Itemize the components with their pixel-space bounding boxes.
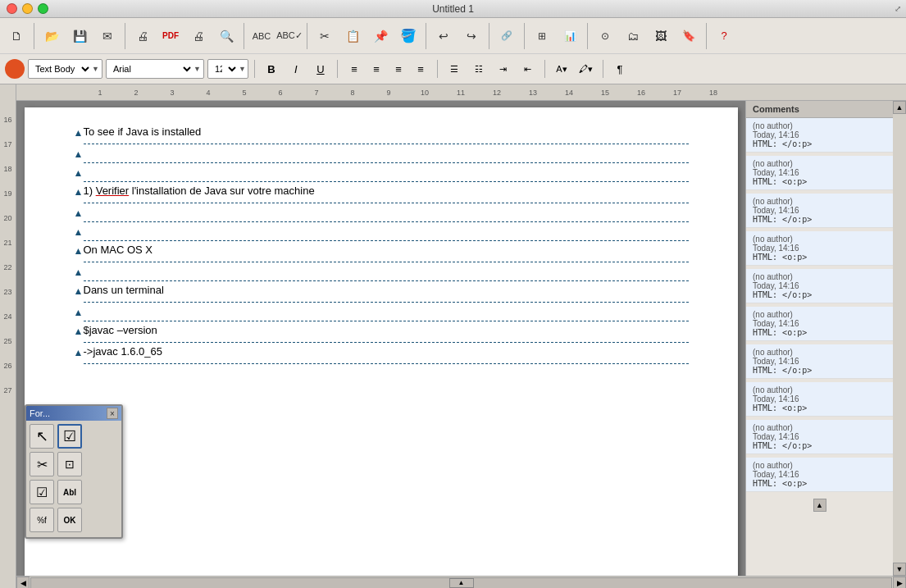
comment-7-html: HTML: </o:p> <box>753 366 886 375</box>
email-button[interactable]: ✉ <box>94 23 121 49</box>
checkbox-button[interactable]: ☑ <box>30 480 54 504</box>
indent-less-button[interactable]: ⇤ <box>517 59 539 79</box>
bottom-scroll-thumb[interactable]: ▲ <box>449 578 474 588</box>
print-button[interactable]: 🖨 <box>185 23 212 49</box>
comment-10-html: HTML: <o:p> <box>753 479 886 488</box>
numbered-list-button[interactable]: ☷ <box>468 59 489 79</box>
folder-button[interactable]: 🗂 <box>620 23 646 49</box>
line-1-content[interactable]: To see if Java is installed <box>84 124 689 144</box>
format-paint-button[interactable]: 🪣 <box>395 23 421 49</box>
scroll-down-button[interactable]: ▼ <box>893 563 906 576</box>
style-dropdown[interactable]: Text Body ▼ <box>28 59 102 79</box>
font-select[interactable]: Arial <box>107 63 193 75</box>
line-9: ▲ Dans un terminal <box>74 282 689 303</box>
help-button[interactable]: ? <box>711 23 737 49</box>
autocorrect-button[interactable]: ABC✓ <box>276 23 303 49</box>
line-7-arrow: ▲ <box>74 242 84 257</box>
ruler-num-16: 16 <box>0 101 16 125</box>
align-right-button[interactable]: ≡ <box>388 59 409 79</box>
size-dropdown[interactable]: 12 ▼ <box>207 59 248 79</box>
line-1-text: To see if Java is installed <box>84 125 202 138</box>
line-6-content[interactable] <box>84 223 689 241</box>
list-button[interactable]: ☰ <box>444 59 465 79</box>
document-page[interactable]: ▲ To see if Java is installed ▲ <box>25 107 738 576</box>
scroll-up-button[interactable]: ▲ <box>893 101 906 114</box>
align-left-button[interactable]: ≡ <box>344 59 365 79</box>
ruler-16: 16 <box>623 89 659 97</box>
comments-scroll-up[interactable]: ▲ <box>813 499 826 512</box>
bold-button[interactable]: B <box>261 59 282 79</box>
window-controls[interactable] <box>7 3 48 14</box>
chart-button[interactable]: 📊 <box>557 23 583 49</box>
font-dropdown[interactable]: Arial ▼ <box>106 59 204 79</box>
table-button[interactable]: ⊞ <box>529 23 555 49</box>
fmt-sep3 <box>437 60 438 78</box>
page-area[interactable]: ▲ To see if Java is installed ▲ <box>16 101 745 576</box>
bookmark-button[interactable]: 🔖 <box>676 23 702 49</box>
hyperlink-button[interactable]: 🔗 <box>494 23 520 49</box>
line-11-content[interactable]: $javac –version <box>84 322 689 343</box>
line-3-arrow: ▲ <box>74 164 84 179</box>
bottom-scroll-track[interactable]: ▲ <box>30 577 892 589</box>
size-select[interactable]: 12 <box>208 63 239 75</box>
undo-button[interactable]: ↩ <box>430 23 457 49</box>
close-button[interactable] <box>7 3 17 14</box>
line-7-content[interactable]: On MAC OS X <box>84 242 689 262</box>
select-tool-button[interactable]: ↖ <box>30 424 54 449</box>
special1-button[interactable]: ⊙ <box>592 23 618 49</box>
image-button[interactable]: 🖼 <box>648 23 674 49</box>
align-center-button[interactable]: ≡ <box>366 59 387 79</box>
comment-6-html: HTML: <o:p> <box>753 328 886 337</box>
redo-button[interactable]: ↪ <box>458 23 485 49</box>
line-9-content[interactable]: Dans un terminal <box>84 282 689 303</box>
line-3-content[interactable] <box>84 164 689 182</box>
ok-button[interactable]: OK <box>57 508 82 532</box>
line-6: ▲ <box>74 223 689 241</box>
italic-button[interactable]: I <box>285 59 307 79</box>
minimize-button[interactable] <box>22 3 33 14</box>
comments-panel: Comments (no author) Today, 14:16 HTML: … <box>745 101 893 576</box>
highlight-button[interactable]: 🖍▾ <box>576 59 597 79</box>
comment-2: (no author) Today, 14:16 HTML: <o:p> <box>746 156 893 190</box>
cut-tool-button[interactable]: ✂ <box>30 452 54 476</box>
scroll-left-button[interactable]: ◀ <box>16 577 30 589</box>
image-control-button[interactable]: ⊡ <box>57 452 82 476</box>
maximize-button[interactable] <box>38 3 48 14</box>
comment-5: (no author) Today, 14:16 HTML: </o:p> <box>746 269 893 303</box>
scroll-right-button[interactable]: ▶ <box>893 577 906 589</box>
toolbar-row1: 🗋 📂 💾 ✉ 🖨 PDF 🖨 🔍 ABC ABC✓ ✂ 📋 📌 🪣 ↩ ↪ 🔗… <box>0 18 906 54</box>
zoom-button[interactable] <box>5 59 25 79</box>
float-close-button[interactable]: × <box>107 408 118 419</box>
scroll-track[interactable] <box>893 114 904 563</box>
print-preview-button[interactable]: 🖨 <box>130 23 156 49</box>
indent-more-button[interactable]: ⇥ <box>493 59 514 79</box>
line-5-arrow: ▲ <box>74 204 84 219</box>
copy-button[interactable]: 📋 <box>339 23 366 49</box>
pdf-button[interactable]: PDF <box>157 23 184 49</box>
ruler-num-17: 17 <box>0 125 16 150</box>
line-9-text: Dans un terminal <box>84 284 164 296</box>
save-button[interactable]: 💾 <box>66 23 93 49</box>
line-5-content[interactable] <box>84 204 689 222</box>
spellcheck-button[interactable]: ABC <box>248 23 275 49</box>
line-12-content[interactable]: ->javac 1.6.0_65 <box>84 344 689 364</box>
open-button[interactable]: 📂 <box>39 23 65 49</box>
line-2-content[interactable] <box>84 145 689 163</box>
line-8-content[interactable] <box>84 263 689 281</box>
paste-button[interactable]: 📌 <box>367 23 394 49</box>
align-justify-button[interactable]: ≡ <box>410 59 431 79</box>
paragraph-button[interactable]: ¶ <box>609 59 631 79</box>
line-10-content[interactable] <box>84 303 689 321</box>
font-color-button[interactable]: A▾ <box>551 59 572 79</box>
label-control-button[interactable]: Abl <box>57 480 82 504</box>
line-10: ▲ <box>74 303 689 321</box>
find-button[interactable]: 🔍 <box>213 23 239 49</box>
format-field-button[interactable]: %f <box>30 508 54 532</box>
underline-button[interactable]: U <box>310 59 331 79</box>
form-control-button[interactable]: ☑ <box>57 424 82 449</box>
ruler-18: 18 <box>695 89 731 97</box>
new-button[interactable]: 🗋 <box>3 23 30 49</box>
style-select[interactable]: Text Body <box>29 63 92 75</box>
line-4-content[interactable]: 1) Verifier l'installation de Java sur v… <box>84 183 689 203</box>
cut-button[interactable]: ✂ <box>312 23 338 49</box>
